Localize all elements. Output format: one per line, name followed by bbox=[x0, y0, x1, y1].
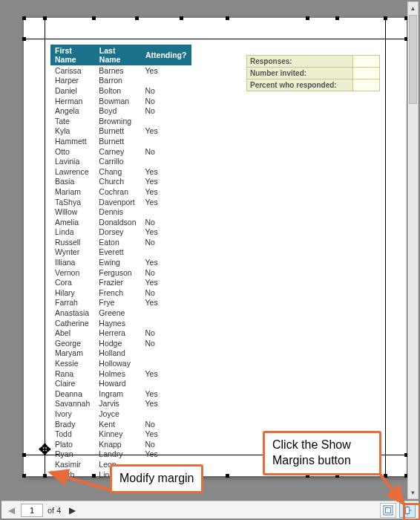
stat-value bbox=[352, 79, 379, 91]
cell-attending: Yes bbox=[141, 257, 191, 267]
next-page-button[interactable]: ▶ bbox=[65, 504, 79, 517]
col-header-attending: Attending? bbox=[141, 45, 191, 65]
table-row: GeorgeHodgeNo bbox=[50, 338, 191, 348]
page-number-input[interactable] bbox=[21, 504, 43, 517]
cell-last: Ferguson bbox=[94, 267, 140, 278]
cell-first: Anastasia bbox=[50, 308, 94, 318]
cell-last: Cochran bbox=[94, 186, 140, 197]
cell-attending: Yes bbox=[141, 197, 191, 207]
cell-last: Davenport bbox=[94, 197, 140, 207]
table-row: WillowDennis bbox=[50, 207, 191, 217]
cell-first: Kessie bbox=[50, 358, 94, 368]
cell-last: Knapp bbox=[94, 439, 140, 449]
stat-value bbox=[352, 56, 379, 67]
margin-handle[interactable] bbox=[384, 474, 387, 478]
table-row: ClaireHoward bbox=[50, 378, 191, 389]
cell-last: Barron bbox=[94, 76, 140, 86]
table-row: KessieHolloway bbox=[50, 358, 191, 368]
vertical-scrollbar[interactable]: ▲ ▼ bbox=[407, 1, 419, 499]
margin-handle[interactable] bbox=[226, 474, 229, 478]
margin-handle[interactable] bbox=[43, 474, 47, 478]
stat-label: Percent who responded: bbox=[247, 79, 352, 91]
cell-attending: No bbox=[141, 419, 191, 429]
cell-last: Ewing bbox=[94, 257, 140, 267]
cell-first: Lawrence bbox=[50, 166, 94, 177]
table-row: KylaBurnettYes bbox=[50, 126, 191, 137]
prev-page-button[interactable]: ◀ bbox=[4, 504, 18, 517]
margin-handle[interactable] bbox=[22, 474, 26, 478]
scroll-up-icon[interactable]: ▲ bbox=[408, 2, 418, 14]
cell-first: TaShya bbox=[50, 197, 94, 207]
table-row: AngelaBoydNo bbox=[50, 105, 191, 116]
preview-viewport: First Name Last Name Attending? CarissaB… bbox=[1, 1, 407, 499]
cell-first: Harper bbox=[50, 76, 94, 86]
table-row: VernonFergusonNo bbox=[50, 267, 191, 278]
zoom-to-page-button[interactable] bbox=[399, 503, 416, 518]
table-row: AnastasiaGreene bbox=[50, 308, 191, 318]
cell-first: Farrah bbox=[50, 298, 94, 308]
margin-handle[interactable] bbox=[135, 16, 139, 20]
cell-attending bbox=[141, 136, 191, 146]
cell-attending: No bbox=[141, 85, 191, 96]
margin-handle[interactable] bbox=[92, 16, 96, 20]
cell-first: Otto bbox=[50, 146, 94, 157]
cell-first: Brady bbox=[50, 419, 94, 429]
cell-first: Tate bbox=[50, 116, 94, 126]
cell-last: Greene bbox=[94, 308, 140, 318]
cell-attending bbox=[141, 348, 191, 359]
table-row: TaShyaDavenportYes bbox=[50, 197, 191, 207]
margin-handle[interactable] bbox=[180, 16, 183, 20]
margin-handle[interactable] bbox=[335, 16, 339, 20]
margin-guide-left[interactable] bbox=[45, 18, 45, 476]
table-row: HermanBowmanNo bbox=[50, 96, 191, 106]
scroll-down-icon[interactable]: ▼ bbox=[408, 487, 418, 498]
cell-first: Cora bbox=[50, 277, 94, 287]
margin-handle[interactable] bbox=[226, 16, 229, 20]
table-row: LaviniaCarrillo bbox=[50, 156, 191, 166]
cell-first: Plato bbox=[50, 439, 94, 449]
cell-last: Carrillo bbox=[94, 156, 140, 166]
cell-first: Angela bbox=[50, 105, 94, 116]
cell-first: Ivory bbox=[50, 409, 94, 419]
table-row: AmeliaDonaldsonNo bbox=[50, 217, 191, 227]
cell-first: Vernon bbox=[50, 267, 94, 278]
cell-last: Browning bbox=[94, 116, 140, 126]
cell-attending: Yes bbox=[141, 177, 191, 187]
margin-handle[interactable] bbox=[384, 16, 387, 20]
table-row: BasiaChurchYes bbox=[50, 177, 191, 187]
cell-first: Mariam bbox=[50, 186, 94, 197]
col-header-firstname: First Name bbox=[50, 45, 94, 65]
margin-handle[interactable] bbox=[22, 37, 26, 41]
cell-attending bbox=[141, 76, 191, 86]
margin-guide-right[interactable] bbox=[385, 18, 386, 476]
cell-attending bbox=[141, 318, 191, 328]
table-row: WynterEverett bbox=[50, 247, 191, 258]
cell-attending: No bbox=[141, 267, 191, 278]
table-row: RanaHolmesYes bbox=[50, 368, 191, 379]
cell-first: Todd bbox=[50, 429, 94, 439]
cell-last: Bolton bbox=[94, 85, 140, 96]
margin-handle[interactable] bbox=[22, 16, 26, 20]
margin-handle[interactable] bbox=[306, 16, 309, 20]
scroll-thumb[interactable] bbox=[409, 15, 417, 104]
status-bar: ◀ of 4 ▶ bbox=[1, 501, 419, 519]
cell-first: Wynter bbox=[50, 247, 94, 258]
margin-handle[interactable] bbox=[22, 453, 26, 457]
cell-last: Haynes bbox=[94, 318, 140, 328]
cell-attending: No bbox=[141, 328, 191, 338]
cell-attending bbox=[141, 116, 191, 126]
table-row: DeannaIngramYes bbox=[50, 389, 191, 399]
cell-first: Carissa bbox=[50, 65, 94, 76]
margin-guide-top[interactable] bbox=[24, 39, 407, 39]
cell-last: Ingram bbox=[94, 389, 140, 399]
cell-first: Maryam bbox=[50, 348, 94, 359]
table-row: HarperBarron bbox=[50, 76, 191, 86]
cell-first: Kasimir bbox=[50, 459, 94, 469]
show-margins-button[interactable] bbox=[380, 503, 396, 518]
table-row: CatherineHaynes bbox=[50, 318, 191, 328]
page-total-label: of 4 bbox=[46, 506, 62, 515]
cell-last: Frazier bbox=[94, 277, 140, 287]
margin-handle[interactable] bbox=[43, 16, 47, 20]
cell-first: Abel bbox=[50, 328, 94, 338]
cell-first: Hilary bbox=[50, 287, 94, 298]
